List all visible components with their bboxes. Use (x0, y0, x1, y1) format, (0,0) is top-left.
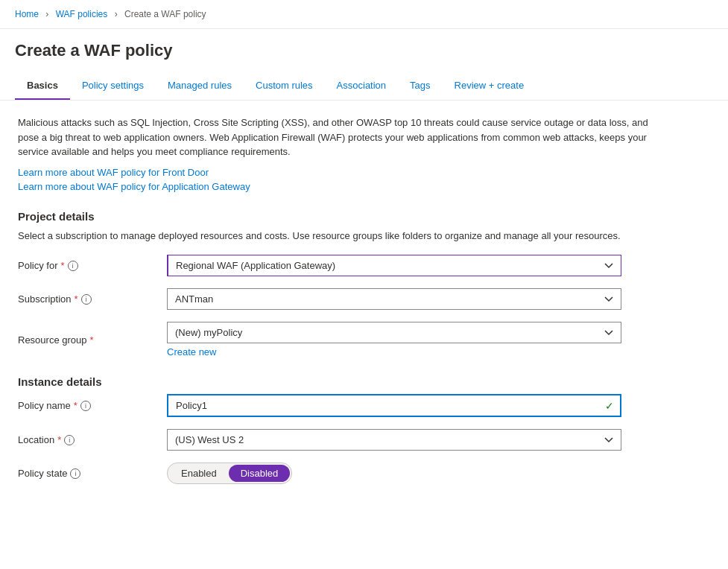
location-label: Location * i (18, 434, 167, 445)
subscription-info-icon[interactable]: i (81, 294, 92, 305)
create-new-link[interactable]: Create new (167, 346, 621, 357)
instance-details-title: Instance details (18, 375, 697, 388)
page-header: Create a WAF policy (0, 29, 728, 60)
tab-policy-settings[interactable]: Policy settings (70, 72, 156, 100)
policy-name-input[interactable] (167, 394, 621, 417)
breadcrumb-sep-2: › (115, 9, 118, 19)
policy-for-control: Regional WAF (Application Gateway) (167, 255, 621, 276)
subscription-select[interactable]: ANTman (167, 288, 621, 310)
policy-name-required: * (74, 400, 77, 411)
resource-group-control: (New) myPolicy Create new (167, 322, 621, 357)
policy-state-toggle: Enabled Disabled (167, 462, 292, 484)
resource-group-select[interactable]: (New) myPolicy (167, 322, 621, 343)
breadcrumb-current: Create a WAF policy (124, 9, 206, 19)
subscription-control: ANTman (167, 288, 621, 310)
location-row: Location * i (US) West US 2 (18, 429, 697, 451)
tab-managed-rules[interactable]: Managed rules (156, 72, 244, 100)
main-content: Malicious attacks such as SQL Injection,… (0, 101, 715, 511)
link-front-door[interactable]: Learn more about WAF policy for Front Do… (18, 167, 697, 178)
project-details-desc: Select a subscription to manage deployed… (18, 229, 666, 244)
subscription-label: Subscription * i (18, 293, 167, 305)
location-select[interactable]: (US) West US 2 (167, 429, 621, 451)
location-info-icon[interactable]: i (64, 435, 75, 445)
resource-group-label: Resource group * (18, 334, 167, 346)
policy-state-control: Enabled Disabled (167, 462, 621, 484)
policy-name-control: ✓ (167, 394, 621, 417)
resource-group-row: Resource group * (New) myPolicy Create n… (18, 322, 697, 357)
tab-basics[interactable]: Basics (15, 72, 70, 100)
policy-for-select[interactable]: Regional WAF (Application Gateway) (167, 255, 621, 276)
resource-group-dropdown: (New) myPolicy (167, 322, 621, 343)
project-details-title: Project details (18, 210, 697, 223)
breadcrumb-home[interactable]: Home (15, 9, 39, 19)
toggle-disabled[interactable]: Disabled (229, 465, 291, 482)
policy-for-info-icon[interactable]: i (68, 261, 78, 271)
tab-tags[interactable]: Tags (398, 72, 442, 100)
subscription-row: Subscription * i ANTman (18, 288, 697, 310)
breadcrumb: Home › WAF policies › Create a WAF polic… (0, 0, 728, 29)
location-required: * (57, 434, 61, 445)
policy-state-info-icon[interactable]: i (70, 468, 80, 479)
tabs-container: Basics Policy settings Managed rules Cus… (0, 72, 728, 101)
policy-name-label: Policy name * i (18, 400, 167, 411)
toggle-enabled[interactable]: Enabled (169, 465, 229, 482)
policy-state-label: Policy state i (18, 468, 167, 479)
policy-for-row: Policy for * i Regional WAF (Application… (18, 255, 697, 276)
location-control: (US) West US 2 (167, 429, 621, 451)
tab-custom-rules[interactable]: Custom rules (244, 72, 325, 100)
tab-association[interactable]: Association (325, 72, 398, 100)
subscription-required: * (75, 293, 78, 305)
policy-for-required: * (60, 260, 64, 271)
tab-review-create[interactable]: Review + create (443, 72, 536, 100)
policy-for-label: Policy for * i (18, 260, 167, 271)
page-title: Create a WAF policy (15, 41, 713, 60)
policy-name-check-icon: ✓ (605, 400, 614, 412)
breadcrumb-waf-policies[interactable]: WAF policies (56, 9, 108, 19)
policy-state-row: Policy state i Enabled Disabled (18, 462, 697, 484)
policy-name-info-icon[interactable]: i (80, 401, 91, 411)
link-app-gateway[interactable]: Learn more about WAF policy for Applicat… (18, 181, 697, 192)
breadcrumb-sep-1: › (45, 9, 48, 19)
resource-group-required: * (90, 334, 94, 346)
policy-name-row: Policy name * i ✓ (18, 394, 697, 417)
intro-description: Malicious attacks such as SQL Injection,… (18, 115, 666, 159)
